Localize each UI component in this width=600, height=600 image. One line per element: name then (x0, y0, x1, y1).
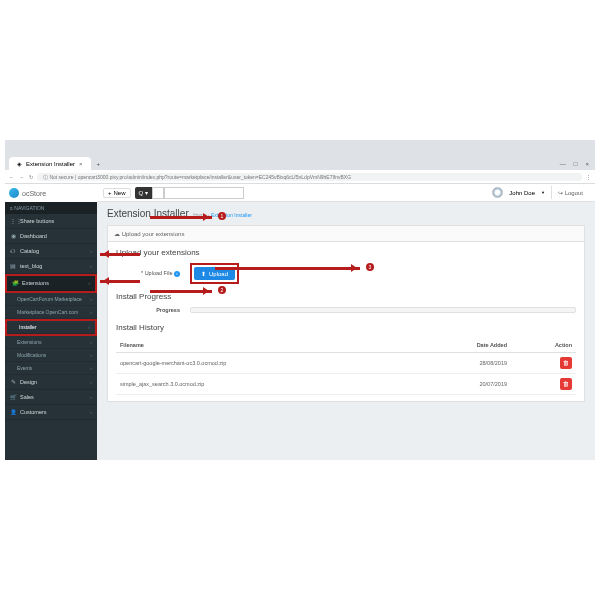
sidebar-sub-modifications[interactable]: ›Modifications (5, 349, 97, 362)
logo-icon (9, 188, 19, 198)
main-panel: ☁ Upload your extensions Upload your ext… (107, 225, 585, 402)
chevron-right-icon: › (88, 280, 90, 286)
browser-menu-icon[interactable]: ⋮ (586, 174, 591, 180)
progress-bar (190, 307, 576, 313)
annotation-badge: 1 (218, 212, 226, 220)
logout-button[interactable]: ↪ Logout (551, 186, 589, 199)
topbar: +New Q ▾ John Doe ▼ ↪ Logout (97, 184, 595, 202)
sidebar-item-customers[interactable]: 👤Customers› (5, 405, 97, 420)
chevron-right-icon: › (90, 409, 92, 415)
upload-icon: ⬆ (201, 270, 206, 277)
avatar[interactable] (492, 187, 503, 198)
chevron-right-icon: › (90, 263, 92, 269)
sidebar-sub-extensions[interactable]: ›Extensions (5, 336, 97, 349)
history-table: Filename Date Added Action opencart-goog… (116, 338, 576, 395)
panel-header: ☁ Upload your extensions (108, 226, 584, 242)
trash-icon: 🗑 (563, 381, 569, 387)
annotation-badge: 3 (366, 263, 374, 271)
sidebar-sub-ocforum[interactable]: ›OpenCartForum Marketplace (5, 293, 97, 306)
sidebar-item-extensions[interactable]: 🧩Extensions› (7, 276, 95, 291)
delete-button[interactable]: 🗑 (560, 378, 572, 390)
trash-icon: 🗑 (563, 360, 569, 366)
sidebar-item-design[interactable]: ✎Design› (5, 375, 97, 390)
th-date[interactable]: Date Added (412, 338, 511, 353)
info-icon[interactable]: i (174, 271, 180, 277)
search-button[interactable]: Q ▾ (135, 187, 152, 199)
nav-reload-icon[interactable]: ↻ (29, 174, 33, 180)
annotation-badge: 2 (218, 286, 226, 294)
th-action: Action (511, 338, 576, 353)
close-icon[interactable]: × (79, 161, 83, 167)
caret-down-icon: ▾ (143, 190, 148, 196)
delete-button[interactable]: 🗑 (560, 357, 572, 369)
nav-header: ≡ NAVIGATION (5, 202, 97, 214)
annotation-arrow-2 (100, 280, 140, 283)
search-filter[interactable] (152, 187, 164, 199)
url-field[interactable]: ⓘ Not secure | opencart3000.pixy.pro/adm… (37, 173, 582, 181)
upload-section-title: Upload your extensions (116, 248, 576, 257)
window-maximize-icon[interactable]: □ (574, 161, 578, 167)
sidebar-item-dashboard[interactable]: ◉Dashboard (5, 229, 97, 244)
progress-section-title: Install Progress (116, 292, 576, 301)
annotation-arrow-1 (100, 253, 140, 256)
upload-file-label: * Upload File i (116, 270, 180, 277)
table-row: opencart-google-merchant-oc3.0.ocmod.zip… (116, 353, 576, 374)
caret-down-icon[interactable]: ▼ (541, 190, 545, 195)
sidebar-item-text-blog[interactable]: ▤text_blog› (5, 259, 97, 274)
annotation-arrow-3: 3 (215, 267, 360, 270)
window-minimize-icon[interactable]: — (560, 161, 566, 167)
sidebar-sub-marketplace[interactable]: ›Marketplace OpenCart.com (5, 306, 97, 319)
new-button[interactable]: +New (103, 188, 131, 198)
chevron-right-icon: › (90, 248, 92, 254)
th-filename[interactable]: Filename (116, 338, 412, 353)
blog-icon: ▤ (10, 263, 16, 269)
user-icon: 👤 (10, 409, 16, 415)
annotation-arrow-2b: 2 (150, 290, 212, 293)
browser-tab[interactable]: ◈ Extension Installer × (9, 157, 91, 170)
chevron-right-icon: › (90, 394, 92, 400)
sidebar: ocStore ≡ NAVIGATION ⋮⋮Share buttons ◉Da… (5, 184, 97, 460)
sidebar-sub-installer[interactable]: ›Installer (7, 321, 95, 334)
sidebar-sub-events[interactable]: ›Events (5, 362, 97, 375)
username[interactable]: John Doe (509, 190, 535, 196)
puzzle-icon: 🧩 (12, 280, 18, 286)
search-input[interactable] (164, 187, 244, 199)
tab-favicon: ◈ (17, 160, 22, 167)
browser-tab-strip: ◈ Extension Installer × + — □ × (5, 140, 595, 170)
sidebar-item-share-buttons[interactable]: ⋮⋮Share buttons (5, 214, 97, 229)
annotation-arrow-1b: 1 (150, 216, 212, 219)
address-bar: ← → ↻ ⓘ Not secure | opencart3000.pixy.p… (5, 170, 595, 184)
sidebar-item-catalog[interactable]: 🏷Catalog› (5, 244, 97, 259)
nav-forward-icon[interactable]: → (19, 174, 24, 180)
cart-icon: 🛒 (10, 394, 16, 400)
new-tab-button[interactable]: + (91, 158, 107, 170)
tag-icon: 🏷 (10, 248, 16, 254)
logo[interactable]: ocStore (5, 184, 97, 202)
window-close-icon[interactable]: × (585, 161, 589, 167)
sidebar-item-sales[interactable]: 🛒Sales› (5, 390, 97, 405)
nav-back-icon[interactable]: ← (9, 174, 14, 180)
table-row: simple_ajax_search.3.0.ocmod.zip 20/07/2… (116, 374, 576, 395)
plus-icon: + (108, 190, 112, 196)
history-section-title: Install History (116, 323, 576, 332)
chevron-right-icon: › (90, 379, 92, 385)
progress-label: Progress (116, 307, 180, 313)
tab-title: Extension Installer (26, 161, 75, 167)
design-icon: ✎ (10, 379, 16, 385)
dashboard-icon: ◉ (10, 233, 16, 239)
share-icon: ⋮⋮ (10, 218, 16, 224)
